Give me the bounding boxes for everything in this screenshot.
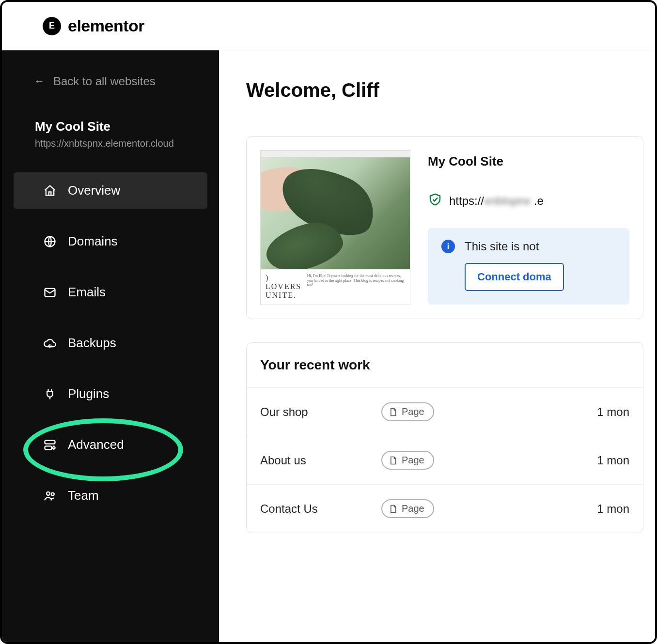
connect-domain-button[interactable]: Connect doma	[465, 263, 564, 291]
recent-row[interactable]: Our shop Page 1 mon	[247, 388, 643, 436]
sidebar-item-label: Overview	[68, 183, 120, 198]
recent-row[interactable]: Contact Us Page 1 mon	[247, 485, 643, 533]
brand[interactable]: E elementor	[43, 16, 144, 35]
thumbnail-image	[261, 157, 410, 269]
recent-item-date: 1 mon	[597, 405, 629, 419]
recent-item-name: Our shop	[260, 405, 372, 419]
users-icon	[43, 489, 57, 503]
sidebar-item-label: Domains	[68, 234, 118, 249]
page-icon	[388, 504, 398, 514]
welcome-heading: Welcome, Cliff	[246, 79, 655, 101]
topbar: E elementor	[2, 2, 655, 50]
sidebar-item-label: Team	[68, 488, 99, 503]
pill-label: Page	[402, 503, 424, 514]
cloud-icon	[43, 336, 57, 351]
sidebar-item-plugins[interactable]: Plugins	[14, 376, 207, 412]
svg-point-4	[53, 446, 55, 449]
info-icon: i	[441, 240, 455, 253]
brand-name: elementor	[68, 16, 144, 35]
thumbnail-browser-bar	[261, 151, 410, 157]
site-info-title: My Cool Site	[428, 154, 629, 169]
site-url-text: https://xnbtspnx .e	[449, 194, 544, 208]
type-pill: Page	[381, 402, 434, 421]
site-thumbnail[interactable]: ) LOVERS UNITE. Hi, I'm Elle! If you're …	[260, 150, 410, 305]
brand-logo-icon: E	[43, 17, 61, 35]
main-content: Welcome, Cliff ) LOVERS UNITE. Hi, I'm E…	[219, 50, 655, 642]
plug-icon	[43, 387, 57, 401]
page-icon	[388, 407, 398, 417]
notice-text: This site is not	[465, 240, 539, 253]
shield-check-icon	[428, 192, 442, 210]
domain-notice: i This site is not Connect doma	[428, 228, 629, 305]
sidebar: ← Back to all websites My Cool Site http…	[2, 50, 219, 642]
page-icon	[388, 456, 398, 465]
back-to-websites-link[interactable]: ← Back to all websites	[14, 75, 207, 88]
recent-item-date: 1 mon	[597, 454, 629, 467]
pill-label: Page	[402, 455, 424, 466]
site-summary-card: ) LOVERS UNITE. Hi, I'm Elle! If you're …	[246, 136, 643, 319]
thumbnail-caption-sub: Hi, I'm Elle! If you're looking for the …	[307, 274, 405, 288]
sidebar-item-domains[interactable]: Domains	[14, 223, 207, 260]
sidebar-item-team[interactable]: Team	[14, 477, 207, 514]
thumbnail-caption-main: ) LOVERS UNITE.	[266, 274, 303, 300]
server-gear-icon	[43, 438, 57, 452]
recent-item-date: 1 mon	[597, 502, 629, 516]
sidebar-item-emails[interactable]: Emails	[14, 274, 207, 310]
mail-icon	[43, 285, 57, 300]
recent-work-heading: Your recent work	[247, 343, 643, 388]
arrow-left-icon: ←	[34, 75, 45, 88]
pill-label: Page	[402, 406, 424, 417]
sidebar-site-title: My Cool Site	[35, 119, 207, 134]
thumbnail-caption: ) LOVERS UNITE. Hi, I'm Elle! If you're …	[261, 269, 410, 305]
recent-work-card: Your recent work Our shop Page 1 mon Abo…	[246, 342, 643, 533]
svg-point-6	[51, 492, 54, 495]
sidebar-site-url: https://xnbtspnx.elementor.cloud	[35, 138, 207, 149]
svg-point-5	[47, 491, 50, 495]
sidebar-nav: Overview Domains Emails Backups	[14, 172, 207, 514]
recent-item-name: Contact Us	[260, 502, 372, 516]
recent-item-name: About us	[260, 454, 372, 467]
site-block: My Cool Site https://xnbtspnx.elementor.…	[14, 119, 207, 149]
svg-rect-3	[45, 446, 52, 449]
type-pill: Page	[381, 499, 434, 518]
sidebar-item-label: Advanced	[68, 437, 124, 452]
recent-row[interactable]: About us Page 1 mon	[247, 436, 643, 485]
globe-icon	[43, 234, 57, 249]
site-info: My Cool Site https://xnbtspnx .e i This …	[428, 150, 629, 305]
sidebar-item-overview[interactable]: Overview	[14, 172, 207, 209]
sidebar-item-advanced[interactable]: Advanced	[14, 427, 207, 463]
svg-rect-2	[45, 440, 55, 444]
back-label: Back to all websites	[53, 75, 156, 88]
home-icon	[43, 184, 57, 198]
sidebar-item-label: Plugins	[68, 386, 109, 401]
site-url-row[interactable]: https://xnbtspnx .e	[428, 192, 629, 210]
sidebar-item-label: Backups	[68, 336, 116, 351]
sidebar-item-backups[interactable]: Backups	[14, 325, 207, 361]
type-pill: Page	[381, 451, 434, 470]
sidebar-item-label: Emails	[68, 285, 106, 300]
